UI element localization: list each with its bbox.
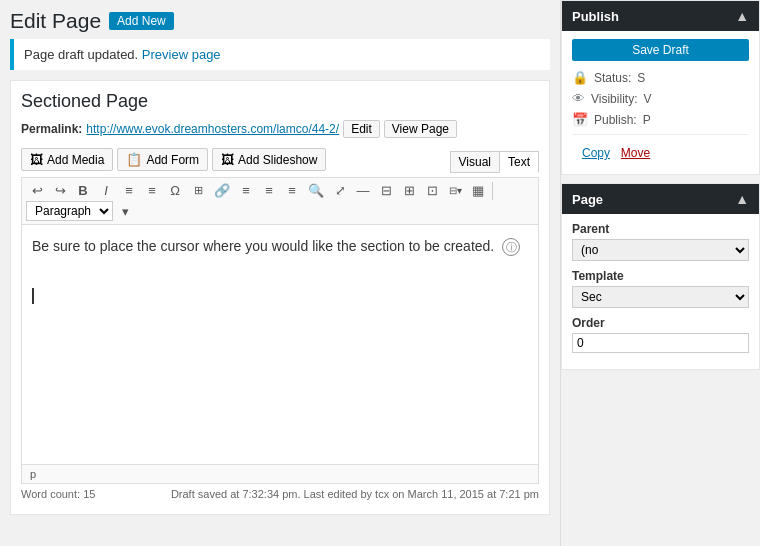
- link-button[interactable]: 🔗: [210, 181, 234, 200]
- grid3-button[interactable]: ⊟▾: [444, 183, 466, 198]
- sidebar-links: Copy Move: [572, 139, 749, 166]
- paragraph-format-select[interactable]: Paragraph: [26, 201, 113, 221]
- word-count: Word count: 15: [21, 488, 95, 500]
- bold-button[interactable]: B: [72, 181, 94, 200]
- permalink-label: Permalink:: [21, 122, 82, 136]
- undo-button[interactable]: ↩: [26, 181, 48, 200]
- visibility-icon: 👁: [572, 91, 585, 106]
- page-attributes-header: Page ▲: [562, 184, 759, 214]
- parent-label: Parent: [572, 222, 749, 236]
- editor-content: Be sure to place the cursor where you wo…: [32, 235, 528, 257]
- tab-visual[interactable]: Visual: [450, 151, 500, 173]
- search-button[interactable]: 🔍: [304, 181, 328, 200]
- copy-link[interactable]: Copy: [582, 146, 610, 160]
- template-select[interactable]: Sec: [572, 286, 749, 308]
- editor-area[interactable]: Be sure to place the cursor where you wo…: [21, 225, 539, 465]
- schedule-icon: 📅: [572, 112, 588, 127]
- more-button[interactable]: ▦: [467, 181, 489, 200]
- notice-text: Page draft updated.: [24, 47, 138, 62]
- grid2-button[interactable]: ⊡: [421, 181, 443, 200]
- editor-box: Sectioned Page Permalink: http://www.evo…: [10, 80, 550, 515]
- editor-toolbar: ↩ ↪ B I ≡ ≡ Ω ⊞ 🔗 ≡ ≡ ≡ 🔍 ⤢ — ⊟ ⊞ ⊡ ⊟▾ ▦: [21, 177, 539, 225]
- sidebar: Publish ▲ Save Draft 🔒 Status: S 👁 Visib…: [560, 0, 760, 546]
- permalink-url[interactable]: http://www.evok.dreamhosters.com/lamco/4…: [86, 122, 339, 136]
- order-field: Order: [572, 316, 749, 353]
- format-list-button[interactable]: ⊟: [375, 181, 397, 200]
- publish-panel-header: Publish ▲: [562, 1, 759, 31]
- schedule-row: 📅 Publish: P: [572, 109, 749, 130]
- order-input[interactable]: [572, 333, 749, 353]
- redo-button[interactable]: ↪: [49, 181, 71, 200]
- html-tag: p: [30, 468, 36, 480]
- preview-page-link[interactable]: Preview page: [142, 47, 221, 62]
- toolbar-separator: [492, 182, 493, 200]
- template-field: Template Sec: [572, 269, 749, 308]
- visibility-row: 👁 Visibility: V: [572, 88, 749, 109]
- view-page-button[interactable]: View Page: [384, 120, 457, 138]
- tab-text[interactable]: Text: [499, 151, 539, 173]
- align-center-button[interactable]: ≡: [258, 181, 280, 200]
- publish-panel-body: Save Draft 🔒 Status: S 👁 Visibility: V 📅…: [562, 31, 759, 174]
- draft-status: Draft saved at 7:32:34 pm. Last edited b…: [171, 488, 539, 500]
- add-new-button[interactable]: Add New: [109, 12, 174, 30]
- unordered-list-button[interactable]: ≡: [118, 181, 140, 200]
- publish-panel-toggle[interactable]: ▲: [735, 8, 749, 24]
- table-button[interactable]: ⊞: [187, 182, 209, 199]
- add-form-button[interactable]: 📋 Add Form: [117, 148, 208, 171]
- add-form-icon: 📋: [126, 152, 142, 167]
- sidebar-divider: [572, 134, 749, 135]
- align-left-button[interactable]: ≡: [235, 181, 257, 200]
- hr-button[interactable]: —: [352, 181, 374, 200]
- post-title: Sectioned Page: [21, 91, 539, 112]
- fullscreen-button[interactable]: ⤢: [329, 181, 351, 200]
- permalink-edit-button[interactable]: Edit: [343, 120, 380, 138]
- page-title: Edit Page: [10, 8, 101, 33]
- paragraph-dropdown[interactable]: ▾: [114, 202, 136, 221]
- move-link[interactable]: Move: [621, 146, 650, 160]
- bottom-bar: Word count: 15 Draft saved at 7:32:34 pm…: [21, 484, 539, 504]
- ordered-list-button[interactable]: ≡: [141, 181, 163, 200]
- parent-select[interactable]: (no: [572, 239, 749, 261]
- add-media-icon: 🖼: [30, 152, 43, 167]
- text-cursor: [32, 288, 34, 304]
- page-attributes-body: Parent (no Template Sec Order: [562, 214, 759, 369]
- template-label: Template: [572, 269, 749, 283]
- add-slideshow-button[interactable]: 🖼 Add Slideshow: [212, 148, 326, 171]
- order-label: Order: [572, 316, 749, 330]
- status-bar: p: [21, 465, 539, 484]
- publish-panel: Publish ▲ Save Draft 🔒 Status: S 👁 Visib…: [561, 0, 760, 175]
- cursor-info-icon: ⓘ: [502, 238, 520, 256]
- add-media-button[interactable]: 🖼 Add Media: [21, 148, 113, 171]
- add-slideshow-icon: 🖼: [221, 152, 234, 167]
- italic-button[interactable]: I: [95, 181, 117, 200]
- parent-field: Parent (no: [572, 222, 749, 261]
- align-right-button[interactable]: ≡: [281, 181, 303, 200]
- page-panel-toggle[interactable]: ▲: [735, 191, 749, 207]
- special-char-button[interactable]: Ω: [164, 181, 186, 200]
- save-draft-button[interactable]: Save Draft: [572, 39, 749, 61]
- status-row: 🔒 Status: S: [572, 67, 749, 88]
- editor-tabs: Visual Text: [451, 151, 539, 173]
- status-icon: 🔒: [572, 70, 588, 85]
- page-attributes-panel: Page ▲ Parent (no Template Sec Orde: [561, 183, 760, 370]
- grid-button[interactable]: ⊞: [398, 181, 420, 200]
- media-row: 🖼 Add Media 📋 Add Form 🖼 Add Slideshow: [21, 148, 326, 171]
- update-notice: Page draft updated. Preview page: [10, 39, 550, 70]
- permalink-row: Permalink: http://www.evok.dreamhosters.…: [21, 120, 539, 138]
